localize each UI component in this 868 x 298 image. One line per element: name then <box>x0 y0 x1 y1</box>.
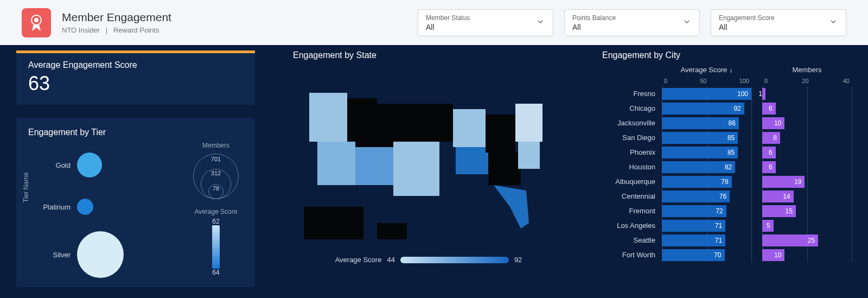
score-bar[interactable]: 85 <box>662 132 738 144</box>
score-bar[interactable]: 72 <box>662 205 726 217</box>
score-bar[interactable]: 78 <box>662 176 732 188</box>
svg-rect-7 <box>393 142 439 196</box>
tier-legend: Members 701 312 78 Average Score 62 64 <box>189 142 243 277</box>
map-legend: Average Score 44 92 <box>293 256 564 264</box>
tier-bubble-platinum[interactable]: Platinum <box>39 199 93 215</box>
chevron-down-icon <box>537 18 544 28</box>
filter-label: Points Balance <box>572 14 692 22</box>
members-bar[interactable]: 5 <box>762 220 774 232</box>
svg-rect-14 <box>518 142 540 169</box>
filter-engagement-score[interactable]: Engagement Score All <box>711 9 846 36</box>
chevron-down-icon <box>829 18 837 28</box>
page-title: Member Engagement <box>62 11 407 24</box>
tier-name-label: Gold <box>39 161 77 169</box>
legend-avg-label: Average Score <box>194 208 237 215</box>
score-column: Average Score ↓ 050100 10092868585827876… <box>662 66 751 262</box>
city-names-col: FresnoChicagoJacksonvilleSan DiegoPhoeni… <box>602 66 662 262</box>
members-bar[interactable]: 1 <box>762 88 765 100</box>
breadcrumb: NTO Insider | Reward Points <box>62 26 407 34</box>
city-name: Houston <box>602 160 662 174</box>
metric-value: 63 <box>28 72 243 95</box>
city-name: Phoenix <box>602 145 662 160</box>
y-axis-label: Tier Name <box>22 172 30 202</box>
members-bar[interactable]: 6 <box>762 161 776 173</box>
svg-rect-9 <box>453 109 486 147</box>
title-block: Member Engagement NTO Insider | Reward P… <box>62 11 407 34</box>
members-ticks: 02040 <box>762 78 852 86</box>
header: Member Engagement NTO Insider | Reward P… <box>0 0 868 45</box>
svg-rect-5 <box>317 142 355 185</box>
members-header: Members <box>762 66 852 78</box>
score-bar[interactable]: 71 <box>662 234 725 246</box>
bubble-icon <box>77 153 102 177</box>
city-name: Seattle <box>602 233 662 248</box>
svg-point-1 <box>34 18 39 22</box>
accent-bar <box>16 50 255 53</box>
chevron-down-icon <box>683 18 691 28</box>
score-bar[interactable]: 76 <box>662 191 730 202</box>
tier-bubble-silver[interactable]: Silver <box>39 231 124 278</box>
svg-rect-10 <box>456 147 488 174</box>
city-name: Jacksonville <box>602 116 662 130</box>
members-bar[interactable]: 8 <box>762 132 780 144</box>
filter-value: All <box>719 23 838 31</box>
city-name: Fort Worth <box>602 248 662 262</box>
city-chart[interactable]: FresnoChicagoJacksonvilleSan DiegoPhoeni… <box>602 66 852 262</box>
svg-rect-8 <box>410 104 453 142</box>
us-map-chart[interactable] <box>293 66 564 250</box>
legend-color-gradient: Average Score 62 64 <box>194 208 237 276</box>
members-bar[interactable]: 19 <box>762 176 805 188</box>
members-bar[interactable]: 10 <box>762 249 784 261</box>
score-bar[interactable]: 71 <box>662 220 725 232</box>
members-bar[interactable]: 6 <box>762 147 776 158</box>
avg-score-card: Average Engagement Score 63 <box>16 50 255 105</box>
filter-value: All <box>572 23 692 31</box>
filter-value: All <box>426 23 545 31</box>
filter-points-balance[interactable]: Points Balance All <box>564 9 700 36</box>
content: Average Engagement Score 63 Engagement b… <box>0 45 868 298</box>
svg-rect-6 <box>355 147 393 185</box>
filter-member-status[interactable]: Member Status All <box>418 9 553 36</box>
map-legend-max: 92 <box>514 256 522 264</box>
score-bar[interactable]: 86 <box>662 117 739 129</box>
score-bar[interactable]: 85 <box>662 147 738 158</box>
city-name: Chicago <box>602 101 662 116</box>
breadcrumb-b[interactable]: Reward Points <box>113 26 159 34</box>
left-column: Average Engagement Score 63 Engagement b… <box>16 50 255 287</box>
city-name: Los Angeles <box>602 218 662 233</box>
members-bar[interactable]: 14 <box>762 191 794 202</box>
tier-bubble-gold[interactable]: Gold <box>39 153 102 177</box>
members-column: Members 02040 161086619141552510 <box>762 66 852 262</box>
ribbon-badge-icon <box>22 8 51 37</box>
tier-name-label: Silver <box>39 251 77 259</box>
tier-bubble-chart[interactable]: Tier Name GoldPlatinumSilver <box>28 142 189 277</box>
score-header: Average Score ↓ <box>662 66 751 78</box>
score-bar[interactable]: 92 <box>662 103 744 115</box>
members-bar[interactable]: 10 <box>762 117 784 129</box>
map-legend-gradient <box>400 257 509 263</box>
city-name: Centennial <box>602 189 662 204</box>
score-bar[interactable]: 82 <box>662 161 735 173</box>
tier-card: Engagement by Tier Tier Name GoldPlatinu… <box>16 118 255 287</box>
svg-rect-12 <box>488 153 521 185</box>
score-bar[interactable]: 100 <box>662 88 751 100</box>
svg-rect-13 <box>515 104 542 142</box>
city-column: Engagement by City FresnoChicagoJacksonv… <box>602 50 852 287</box>
map-legend-min: 44 <box>387 256 394 264</box>
map-legend-label: Average Score <box>335 256 382 264</box>
tier-name-label: Platinum <box>39 203 77 211</box>
svg-rect-16 <box>377 223 407 239</box>
members-bar[interactable]: 15 <box>762 205 796 217</box>
svg-rect-15 <box>304 207 363 239</box>
breadcrumb-a[interactable]: NTO Insider <box>62 26 100 34</box>
filter-label: Member Status <box>426 14 545 22</box>
city-name: Fresno <box>602 86 662 101</box>
metric-label: Average Engagement Score <box>28 60 243 70</box>
score-ticks: 050100 <box>662 78 751 86</box>
svg-rect-2 <box>309 93 347 142</box>
members-bar[interactable]: 6 <box>762 103 776 115</box>
members-bar[interactable]: 25 <box>762 234 818 246</box>
city-name: Fremont <box>602 204 662 218</box>
score-bar[interactable]: 70 <box>662 249 725 261</box>
breadcrumb-sep: | <box>101 26 111 34</box>
